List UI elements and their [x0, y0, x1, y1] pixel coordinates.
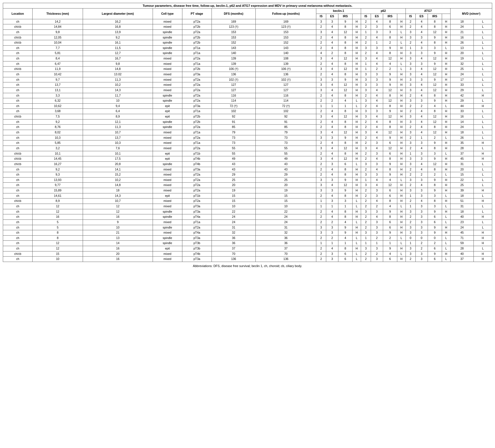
table-cell: 55	[212, 151, 255, 156]
table-cell: H	[353, 56, 361, 61]
table-cell: 3	[326, 199, 338, 204]
table-cell: 7,6	[83, 146, 153, 151]
table-cell: 3	[406, 177, 415, 183]
table-cell: 6	[428, 246, 442, 251]
table-cell: H	[397, 146, 406, 151]
table-cell: 4	[326, 172, 338, 178]
table-cell: ch/cb	[3, 114, 33, 120]
table-cell: 3	[415, 140, 428, 146]
table-cell: H	[353, 40, 361, 46]
table-cell: 2	[316, 235, 326, 241]
header-atg7-is: IS	[406, 14, 415, 19]
table-cell: 3	[415, 219, 428, 225]
table-cell: 12	[428, 67, 442, 72]
table-cell: 116	[256, 93, 316, 98]
table-cell: 22	[256, 209, 316, 214]
table-cell: H	[474, 230, 492, 236]
table-cell: 3	[316, 135, 326, 140]
table-cell: 44	[450, 103, 474, 109]
table-cell: L	[474, 119, 492, 125]
table-cell: 2	[316, 209, 326, 214]
table-cell: 16,7	[83, 56, 153, 61]
table-cell: 11,7	[83, 93, 153, 98]
table-cell: 24	[450, 125, 474, 130]
table-cell: L	[442, 235, 450, 241]
table-cell: 79	[212, 130, 255, 135]
table-cell: 8	[383, 214, 397, 220]
table-cell: H	[442, 29, 450, 35]
table-cell: 3	[361, 230, 371, 236]
table-cell: 3	[406, 156, 415, 162]
table-cell: 9	[338, 135, 352, 140]
table-cell: 4	[415, 161, 428, 167]
table-cell: H	[397, 103, 406, 109]
table-cell: 12	[428, 29, 442, 35]
table-cell: H	[397, 56, 406, 61]
table-cell: 1	[316, 103, 326, 109]
table-cell: H	[442, 146, 450, 151]
header-atg7: ATG7	[406, 8, 450, 14]
table-cell: L	[474, 98, 492, 104]
table-cell: 12	[383, 56, 397, 61]
table-cell: 3	[361, 183, 371, 188]
table-cell: pT2a	[182, 93, 212, 98]
table-cell: 9	[428, 230, 442, 236]
table-cell: 4	[326, 29, 338, 35]
table-row: ch/cb8,910,7mixedpT2a1515133L248H248H51H	[3, 199, 492, 204]
table-row: ch1616spindlepT4a2424248H248H236L40H	[3, 214, 492, 220]
table-row: ch5,8510,3mixedpT1a7373248H236H339H35H	[3, 140, 492, 146]
table-cell: pT2a	[182, 135, 212, 140]
table-cell: 8	[383, 35, 397, 40]
table-cell: H	[442, 167, 450, 172]
table-cell: 3	[406, 130, 415, 135]
table-cell: 13	[450, 45, 474, 51]
header-atg7-irs: IRS	[428, 14, 442, 19]
table-cell: H	[442, 156, 450, 162]
table-cell: 2	[406, 146, 415, 151]
table-cell: 10,42	[33, 72, 83, 77]
table-cell: pT2b	[182, 40, 212, 46]
table-cell: 33	[450, 82, 474, 88]
table-cell: 8	[338, 151, 352, 156]
table-cell: 92	[212, 114, 255, 120]
table-cell: 3	[415, 35, 428, 40]
table-cell: 4	[326, 24, 338, 30]
table-cell: 2	[316, 45, 326, 51]
table-cell: 4	[415, 130, 428, 135]
table-cell: epit	[153, 193, 182, 199]
table-cell: 71	[450, 235, 474, 241]
table-row: ch3,311,7spindlepT2a116116248H248H248H42…	[3, 93, 492, 98]
table-cell: 4	[371, 51, 383, 56]
table-cell: 12	[338, 156, 352, 162]
table-cell: 3	[415, 257, 428, 262]
table-cell: 127	[212, 82, 255, 88]
table-row: ch15,8918mixedpT2a1919339H236H339H39H	[3, 188, 492, 193]
table-cell: spindle	[153, 35, 182, 40]
table-cell: H	[353, 125, 361, 130]
table-cell: 2	[361, 225, 371, 230]
table-cell: 2	[361, 193, 371, 199]
table-cell: spindle	[153, 161, 182, 167]
table-cell: 37	[212, 246, 255, 251]
table-container: Tumour parameters, disease free time, fo…	[3, 3, 492, 262]
table-cell: pT2a	[182, 199, 212, 204]
table-cell: 16	[450, 35, 474, 40]
table-cell: 9,2	[33, 119, 83, 125]
table-cell: 102 (†)	[256, 77, 316, 82]
table-cell: H	[474, 140, 492, 146]
table-cell: 2	[361, 204, 371, 209]
table-cell: 1	[415, 135, 428, 140]
table-cell: epit	[153, 114, 182, 120]
table-cell: 4	[338, 219, 352, 225]
table-cell: spindle	[153, 45, 182, 51]
table-cell: spindle	[153, 125, 182, 130]
table-cell: 8	[428, 125, 442, 130]
table-cell: 2	[406, 183, 415, 188]
table-cell: 4	[415, 167, 428, 172]
table-cell: 3	[316, 114, 326, 120]
table-cell: 2	[316, 151, 326, 156]
header-location: Location	[3, 8, 33, 19]
table-cell: 4	[326, 130, 338, 135]
table-cell: L	[474, 219, 492, 225]
table-cell: 102	[212, 109, 255, 114]
